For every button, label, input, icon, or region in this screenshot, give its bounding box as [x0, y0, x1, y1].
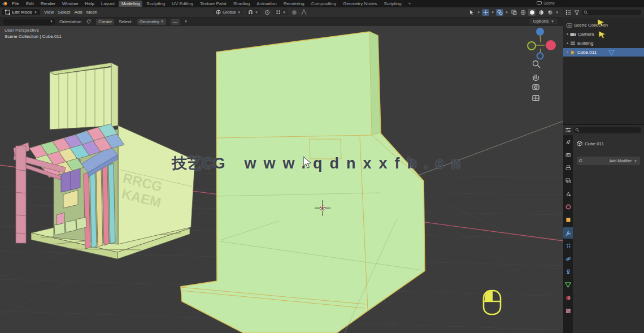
workspace-tab-animation[interactable]: Animation: [254, 1, 280, 7]
3d-viewport[interactable]: User Perspective Scene Collection | Cube…: [0, 26, 563, 333]
workspace-tab-modeling[interactable]: Modeling: [119, 1, 142, 7]
properties-search-input[interactable]: [573, 127, 641, 133]
outliner-row-cube011[interactable]: Cube.011: [563, 48, 644, 57]
cube-icon: [577, 141, 582, 146]
perspective-toggle-button[interactable]: [533, 96, 539, 101]
mode-label: Edit Mode: [12, 10, 32, 15]
show-gizmo-toggle[interactable]: [482, 9, 489, 16]
house-model[interactable]: [14, 63, 195, 259]
gizmo-y-axis-ball[interactable]: [528, 42, 536, 50]
outliner-row-building[interactable]: Building: [563, 39, 644, 47]
shading-solid-button[interactable]: [528, 9, 536, 16]
workspace-tab-rendering[interactable]: Rendering: [281, 1, 307, 7]
tab-object[interactable]: [563, 214, 573, 226]
workspace-tab-texture-paint[interactable]: Texture Paint: [197, 1, 229, 7]
tab-output[interactable]: [563, 162, 573, 174]
properties-editor-icon[interactable]: [565, 127, 571, 133]
geometry-option-dropdown[interactable]: Geometry ▼: [137, 19, 166, 25]
camera-view-button[interactable]: [533, 85, 539, 89]
recalc-icon[interactable]: [86, 19, 92, 24]
selectability-dropdown[interactable]: [468, 9, 475, 16]
workspace-tab-sculpting[interactable]: Sculpting: [143, 1, 168, 7]
properties-editor: Cube.011 C Add Modifier ▼: [563, 125, 644, 333]
chevron-down-icon[interactable]: ▼: [505, 11, 508, 14]
add-workspace-button[interactable]: +: [406, 1, 414, 7]
menu-edit[interactable]: Edit: [23, 1, 37, 6]
collection-icon: [567, 23, 572, 28]
chevron-down-icon[interactable]: ▼: [184, 20, 188, 23]
tab-view-layer[interactable]: [563, 175, 573, 187]
tool-preset-dropdown[interactable]: ▼: [3, 19, 55, 25]
tutorial-cursor-overlay: [597, 19, 606, 27]
tab-modifiers[interactable]: [563, 227, 573, 239]
tool-settings-bar: ▼ Orientation Create Select: Geometry ▼ …: [0, 17, 563, 26]
tab-constraints[interactable]: [563, 266, 573, 278]
disclosure-dot[interactable]: [567, 33, 568, 35]
workspace-tab-shading[interactable]: Shading: [230, 1, 253, 7]
chevron-down-icon[interactable]: ▼: [555, 11, 559, 14]
tab-texture[interactable]: [563, 305, 573, 317]
chevron-down-icon[interactable]: ▼: [477, 11, 480, 14]
mirror-sphere-toggle[interactable]: [291, 9, 298, 16]
outliner-editor-icon[interactable]: [565, 10, 572, 15]
outliner-item-label: Building: [577, 41, 593, 46]
create-option-button[interactable]: Create: [96, 19, 114, 25]
show-overlays-toggle[interactable]: [496, 9, 503, 16]
mode-dropdown[interactable]: Edit Mode ▼: [2, 9, 40, 15]
menu-window[interactable]: Window: [59, 1, 81, 6]
chevron-down-icon: ▼: [282, 11, 286, 14]
shading-material-button[interactable]: [537, 9, 545, 16]
disclosure-dot[interactable]: [567, 42, 568, 44]
chevron-down-icon[interactable]: ▼: [491, 11, 494, 14]
viewport-header: Edit Mode ▼ View Select Add Mesh Global …: [0, 7, 563, 18]
tab-render[interactable]: [563, 149, 573, 161]
chevron-down-icon: ▼: [34, 11, 37, 14]
gizmo-z-neg-ball[interactable]: [537, 53, 543, 59]
tab-tool[interactable]: [563, 136, 573, 148]
workspace-tab-uv-editing[interactable]: UV Editing: [169, 1, 196, 7]
tab-object-data[interactable]: [563, 279, 573, 291]
viewport-menu-mesh[interactable]: Mesh: [86, 10, 98, 15]
workspace-tab-layout[interactable]: Layout: [98, 1, 118, 7]
tab-material[interactable]: [563, 292, 573, 304]
orientation-globe-icon: [216, 10, 221, 15]
workspace-tab-geometry-nodes[interactable]: Geometry Nodes: [340, 1, 380, 7]
xray-toggle[interactable]: [510, 9, 517, 16]
viewport-menu-add[interactable]: Add: [74, 10, 82, 15]
viewport-menu-view[interactable]: View: [44, 10, 54, 15]
transform-orientation-dropdown[interactable]: Global ▼: [214, 9, 243, 15]
disclosure-dot[interactable]: [567, 51, 568, 53]
shading-rendered-button[interactable]: [546, 9, 554, 16]
viewport-menu-select[interactable]: Select: [58, 10, 70, 15]
menu-help[interactable]: Help: [82, 1, 97, 6]
tab-physics[interactable]: [563, 253, 573, 265]
tutorial-cursor-overlay: [598, 31, 607, 39]
gizmo-z-axis-ball[interactable]: [536, 28, 544, 36]
extra-option-button[interactable]: —: [171, 19, 180, 25]
outliner-search-input[interactable]: [582, 10, 641, 15]
blender-logo-icon[interactable]: [2, 1, 8, 6]
proportional-circle-icon: [264, 10, 270, 15]
menu-render[interactable]: Render: [38, 1, 58, 6]
menu-file[interactable]: File: [9, 1, 22, 6]
pan-hand-button[interactable]: [533, 75, 538, 80]
options-dropdown[interactable]: Options▼: [529, 18, 558, 24]
proportional-falloff-dropdown[interactable]: ▼: [273, 9, 288, 15]
navigation-gizmo[interactable]: [528, 28, 556, 59]
selected-mesh-cube011[interactable]: [181, 32, 425, 333]
zoom-button[interactable]: [533, 61, 541, 68]
tab-world[interactable]: [563, 201, 573, 213]
workspace-tab-compositing[interactable]: Compositing: [308, 1, 339, 7]
shading-wireframe-button[interactable]: [519, 9, 526, 16]
gizmo-x-axis-ball[interactable]: [546, 40, 556, 50]
proportional-editing-toggle[interactable]: [263, 9, 271, 16]
scene-selector[interactable]: Scene: [537, 1, 555, 5]
snap-dropdown[interactable]: ▼: [246, 9, 260, 15]
add-modifier-button[interactable]: C Add Modifier ▼: [577, 157, 640, 165]
workspace-tab-scripting[interactable]: Scripting: [381, 1, 404, 7]
curve-falloff-icon[interactable]: [301, 9, 307, 15]
tab-particles[interactable]: [563, 240, 573, 252]
filter-icon[interactable]: [574, 10, 580, 15]
select-setting-label: Select:: [119, 19, 132, 24]
tab-scene[interactable]: [563, 188, 573, 200]
